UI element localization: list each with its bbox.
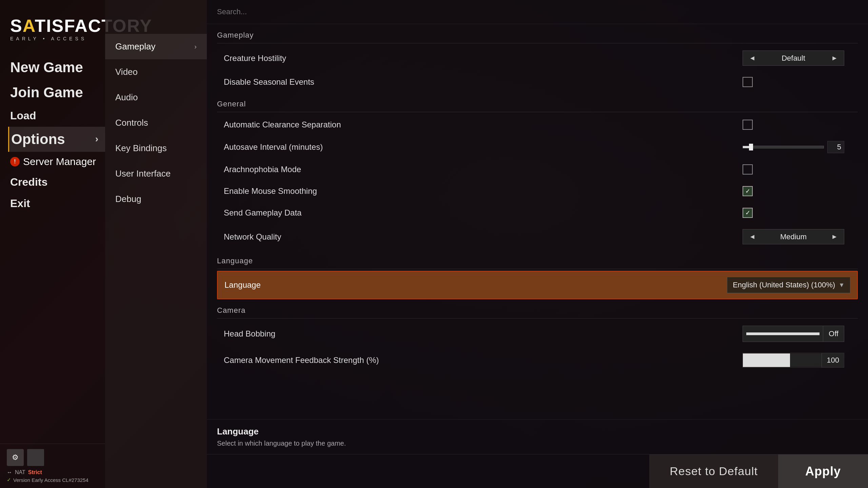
arachnophobia-control [743, 164, 851, 175]
section-divider-language [217, 269, 858, 269]
autosave-track[interactable] [743, 146, 824, 148]
submenu-item-gameplay[interactable]: Gameplay › [105, 34, 207, 59]
setting-row-head-bobbing: Head Bobbing Off [217, 320, 858, 347]
setting-row-auto-clearance: Automatic Clearance Separation [217, 114, 858, 136]
setting-row-camera-movement: Camera Movement Feedback Strength (%) 10… [217, 347, 858, 373]
creature-hostility-right-arrow[interactable]: ► [825, 51, 844, 65]
creature-hostility-control: ◄ Default ► [743, 50, 851, 66]
network-quality-control: ◄ Medium ► [743, 229, 851, 244]
network-quality-label: Network Quality [224, 232, 281, 242]
section-header-language: Language [217, 250, 858, 269]
network-quality-right-arrow[interactable]: ► [825, 229, 844, 244]
network-quality-value: Medium [762, 232, 825, 241]
creature-hostility-selector[interactable]: ◄ Default ► [743, 50, 844, 66]
section-header-camera: Camera [217, 299, 858, 318]
head-bobbing-control: Off [743, 326, 851, 342]
submenu-item-user-interface[interactable]: User Interface [105, 161, 207, 186]
submenu-item-key-bindings[interactable]: Key Bindings [105, 136, 207, 161]
menu-item-join-game[interactable]: Join Game [10, 80, 105, 105]
main-menu-panel: SATISFACTORY EARLY • ACCESS New Game Joi… [0, 0, 105, 488]
language-value: English (United States) (100%) [733, 281, 835, 289]
camera-movement-label: Camera Movement Feedback Strength (%) [224, 355, 379, 365]
logo-subtitle: EARLY • ACCESS [10, 36, 95, 41]
disable-seasonal-label: Disable Seasonal Events [224, 77, 314, 87]
head-bobbing-track[interactable] [746, 332, 820, 335]
description-area: Language Select in which language to pla… [207, 419, 868, 454]
send-gameplay-label: Send Gameplay Data [224, 208, 301, 218]
section-divider-gameplay [217, 43, 858, 43]
settings-panel: Gameplay Creature Hostility ◄ Default ► … [207, 0, 868, 488]
logo-title: SATISFACTORY [10, 17, 95, 35]
auto-clearance-checkbox[interactable] [743, 120, 753, 130]
setting-row-mouse-smoothing: Enable Mouse Smoothing [217, 180, 858, 202]
steam-area: ⚙ [7, 449, 98, 466]
submenu-item-video[interactable]: Video [105, 59, 207, 85]
language-dropdown-arrow-icon: ▼ [839, 282, 845, 289]
language-dropdown[interactable]: English (United States) (100%) ▼ [727, 277, 850, 293]
autosave-label: Autosave Interval (minutes) [224, 142, 323, 152]
menu-item-options[interactable]: Options › [8, 127, 105, 152]
section-header-gameplay: Gameplay [217, 24, 858, 43]
network-quality-selector[interactable]: ◄ Medium ► [743, 229, 844, 244]
head-bobbing-slider[interactable]: Off [743, 326, 844, 342]
setting-row-network-quality: Network Quality ◄ Medium ► [217, 224, 858, 250]
steam-icon: ⚙ [7, 449, 24, 466]
reset-to-default-button[interactable]: Reset to Default [649, 454, 778, 488]
setting-row-disable-seasonal: Disable Seasonal Events [217, 71, 858, 93]
autosave-value: 5 [827, 141, 844, 153]
autosave-thumb[interactable] [749, 144, 753, 150]
disable-seasonal-control [743, 77, 851, 87]
avatar [27, 449, 44, 466]
network-quality-left-arrow[interactable]: ◄ [743, 229, 762, 244]
section-divider-camera [217, 318, 858, 319]
arachnophobia-checkbox[interactable] [743, 164, 753, 175]
head-bobbing-value: Off [823, 326, 844, 342]
menu-item-credits[interactable]: Credits [10, 171, 105, 193]
settings-content: Gameplay Creature Hostility ◄ Default ► … [207, 24, 868, 419]
auto-clearance-label: Automatic Clearance Separation [224, 120, 341, 129]
search-input[interactable] [217, 7, 858, 16]
description-text: Select in which language to play the gam… [217, 440, 858, 447]
section-header-general: General [217, 93, 858, 112]
options-submenu-panel: Gameplay › Video Audio Controls Key Bind… [105, 0, 207, 488]
send-gameplay-checkbox[interactable] [743, 208, 753, 218]
setting-row-autosave: Autosave Interval (minutes) 5 [217, 136, 858, 159]
camera-movement-slider[interactable]: 100 [743, 353, 844, 368]
camera-movement-fill [743, 353, 790, 367]
options-chevron-icon: › [95, 134, 98, 144]
logo-area: SATISFACTORY EARLY • ACCESS [0, 10, 105, 55]
creature-hostility-value: Default [762, 54, 825, 63]
menu-item-new-game[interactable]: New Game [10, 55, 105, 80]
checkmark-icon: ✓ [7, 477, 11, 483]
search-bar [207, 0, 868, 24]
arachnophobia-label: Arachnophobia Mode [224, 165, 301, 174]
gameplay-chevron-icon: › [194, 43, 197, 50]
submenu-item-controls[interactable]: Controls [105, 110, 207, 136]
menu-item-exit[interactable]: Exit [10, 193, 105, 214]
setting-row-creature-hostility: Creature Hostility ◄ Default ► [217, 45, 858, 71]
bottom-bar: ⚙ ↔ NAT Strict ✓ Version Early Access CL… [0, 444, 105, 488]
submenu-item-debug[interactable]: Debug [105, 186, 207, 212]
camera-movement-value: 100 [822, 353, 844, 367]
menu-item-server-manager[interactable]: ! Server Manager [10, 152, 105, 171]
camera-movement-track[interactable] [743, 353, 822, 367]
send-gameplay-control [743, 208, 851, 218]
mouse-smoothing-label: Enable Mouse Smoothing [224, 186, 317, 196]
warning-icon: ! [10, 157, 20, 166]
description-title: Language [217, 426, 858, 437]
camera-movement-control: 100 [743, 353, 851, 368]
setting-row-arachnophobia: Arachnophobia Mode [217, 159, 858, 180]
setting-row-send-gameplay-data: Send Gameplay Data [217, 202, 858, 224]
mouse-smoothing-checkbox[interactable] [743, 186, 753, 196]
setting-row-language: Language English (United States) (100%) … [217, 271, 858, 299]
menu-items: New Game Join Game Load Options › ! Serv… [0, 55, 105, 444]
language-setting-label: Language [224, 280, 261, 290]
nat-arrow-icon: ↔ [7, 469, 12, 475]
submenu-item-audio[interactable]: Audio [105, 85, 207, 110]
disable-seasonal-checkbox[interactable] [743, 77, 753, 87]
apply-button[interactable]: Apply [778, 454, 868, 488]
menu-item-load[interactable]: Load [10, 105, 105, 126]
creature-hostility-label: Creature Hostility [224, 54, 286, 63]
creature-hostility-left-arrow[interactable]: ◄ [743, 51, 762, 65]
nat-info: ↔ NAT Strict [7, 469, 98, 475]
